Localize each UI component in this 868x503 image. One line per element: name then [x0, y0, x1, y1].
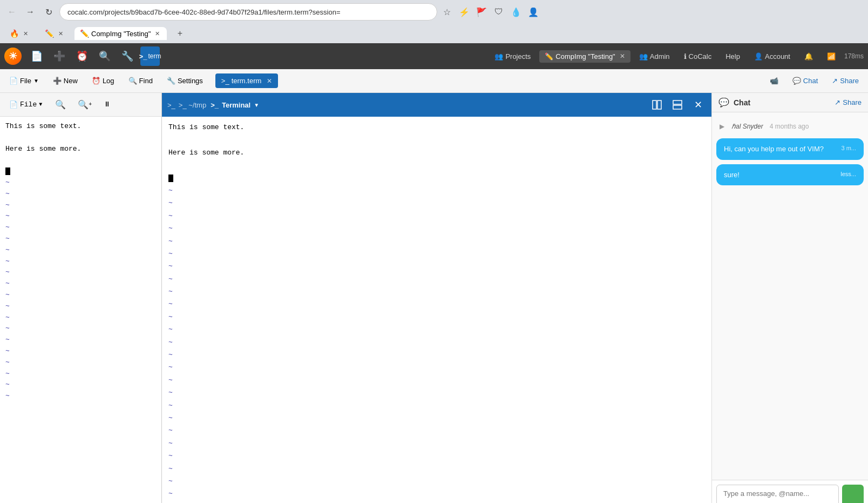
cocalc-logo[interactable]: ☀ [4, 48, 22, 65]
account-label: Account [765, 52, 790, 61]
zoom-in-icon: 🔍 [78, 99, 89, 110]
tab2-close[interactable]: ✕ [56, 29, 65, 38]
address-bar[interactable]: cocalc.com/projects/b9bacd7b-6cee-402c-8… [59, 3, 437, 21]
expand-icon[interactable]: ▶ [716, 121, 727, 132]
flag-icon[interactable]: 🚩 [475, 5, 488, 18]
msg1-text: Hi, can you help me out of VIM? [724, 145, 824, 153]
browser-tab-3[interactable]: ✏️ CompImg "Testing" ✕ [74, 27, 167, 40]
file-icon: 📄 [9, 77, 18, 85]
admin-nav[interactable]: 👥 Admin [634, 50, 675, 63]
term-t-22: ~ [168, 450, 705, 462]
tab3-close[interactable]: ✕ [153, 29, 161, 38]
shield-icon[interactable]: 🛡 [492, 5, 505, 18]
term-title-label: Terminal [222, 101, 250, 109]
cocalc-label: CoCalc [689, 52, 712, 61]
find-btn[interactable]: 🔍 Find [123, 73, 159, 88]
term-split-vert-btn[interactable] [649, 97, 665, 113]
zoom-out-icon: 🔍 [55, 99, 66, 110]
term-t-8: ~ [168, 273, 705, 285]
settings-icon: 🔧 [167, 77, 175, 85]
history-button[interactable]: ⏰ [72, 46, 92, 66]
tab1-close[interactable]: ✕ [21, 29, 30, 38]
vim-tilde-16: ~ [5, 346, 156, 357]
help-nav[interactable]: Help [720, 50, 745, 63]
account-nav[interactable]: 👤 Account [749, 50, 796, 63]
term-t-3: ~ [168, 210, 705, 222]
star-icon[interactable]: ☆ [440, 5, 453, 18]
vim-split-btn[interactable]: ⏸ [99, 97, 116, 112]
term-t-9: ~ [168, 285, 705, 298]
chat-label: Chat [803, 77, 818, 85]
terminal-label: term [148, 52, 161, 60]
projects-nav[interactable]: 👥 Projects [489, 50, 536, 63]
new-tab-button[interactable]: + [173, 27, 186, 40]
cocalc-info-icon: ℹ [684, 52, 687, 61]
vim-line-cursor [5, 166, 156, 177]
term-path: >_ >_ ~/tmp [167, 101, 206, 109]
chat-toggle-btn[interactable]: 💬 Chat [786, 73, 824, 88]
vim-zoom-out-btn[interactable]: 🔍 [50, 96, 71, 113]
help-label: Help [725, 52, 740, 61]
vim-tilde-20: ~ [5, 391, 156, 402]
vim-content-area[interactable]: This is some text. Here is some more. ~ … [0, 117, 161, 503]
new-doc-button[interactable]: 📄 [27, 46, 46, 66]
term-dropdown-arrow[interactable]: ▼ [254, 102, 259, 108]
new-label: New [64, 77, 78, 85]
compimg-close[interactable]: ✕ [620, 52, 625, 60]
forward-button[interactable]: → [23, 4, 38, 19]
term-t-23: ~ [168, 462, 705, 475]
vim-tilde-11: ~ [5, 290, 156, 301]
settings-btn[interactable]: 🔧 Settings [161, 73, 209, 88]
chat-system-msg: ▶ ℏal Snyder 4 months ago [716, 119, 864, 134]
vim-file-label: File [20, 100, 37, 109]
vim-tilde-2: ~ [5, 189, 156, 200]
term-t-19: ~ [168, 412, 705, 424]
vim-tilde-3: ~ [5, 200, 156, 211]
term-t-17: ~ [168, 386, 705, 399]
water-icon[interactable]: 💧 [510, 5, 523, 18]
vim-tilde-10: ~ [5, 278, 156, 290]
back-button[interactable]: ← [4, 4, 19, 19]
add-button[interactable]: ➕ [50, 46, 69, 66]
term-t-16: ~ [168, 374, 705, 386]
address-text: cocalc.com/projects/b9bacd7b-6cee-402c-8… [67, 8, 340, 16]
msg2-more[interactable]: less... [840, 170, 856, 179]
tab2-icon: ✏️ [45, 29, 54, 38]
vim-editor-panel: 📄 File ▼ 🔍 🔍 + ⏸ This is some text. Here… [0, 93, 162, 503]
browser-tab-2[interactable]: ✏️ ✕ [39, 27, 70, 40]
term-t-15: ~ [168, 361, 705, 373]
browser-tab-1[interactable]: 🔥 ✕ [4, 27, 35, 40]
vim-zoom-in-btn[interactable]: 🔍 + [73, 96, 97, 113]
compimg-label: CompImg "Testing" [555, 52, 615, 61]
terminal-content[interactable]: This is some text. Here is some more. ~ … [162, 117, 711, 503]
share-toggle-btn[interactable]: ↗ Share [826, 73, 865, 88]
svg-rect-2 [673, 100, 682, 104]
vim-tilde-9: ~ [5, 267, 156, 278]
term-tab[interactable]: >_ term.term ✕ [215, 73, 278, 88]
refresh-button[interactable]: ↻ [41, 4, 56, 19]
chat-panel-btn[interactable]: 📹 [764, 73, 784, 88]
lightning-icon[interactable]: ⚡ [458, 5, 471, 18]
chat-header-title: Chat [734, 98, 750, 107]
share-btn[interactable]: ↗ Share [835, 98, 862, 106]
file-menu-btn[interactable]: 📄 File ▼ [3, 73, 45, 88]
search-button[interactable]: 🔍 [95, 46, 114, 66]
chat-send-button[interactable]: › [842, 485, 864, 503]
log-btn[interactable]: ⏰ Log [86, 73, 120, 88]
term-line-3: Here is some more. [168, 146, 705, 159]
new-btn[interactable]: ➕ New [47, 73, 84, 88]
profile-icon[interactable]: 👤 [527, 5, 540, 18]
compimg-nav[interactable]: ✏️ CompImg "Testing" ✕ [539, 50, 630, 63]
terminal-button[interactable]: >_ term [140, 46, 160, 66]
wrench-button[interactable]: 🔧 [118, 46, 137, 66]
cocalc-nav[interactable]: ℹ CoCalc [679, 50, 717, 63]
term-split-horiz-btn[interactable] [669, 97, 686, 113]
chat-message-input[interactable] [716, 485, 839, 503]
term-tab-close[interactable]: ✕ [267, 77, 272, 85]
share-label: Share [840, 77, 859, 85]
notifications-btn[interactable]: 🔔 [799, 50, 818, 63]
find-icon: 🔍 [128, 77, 137, 85]
term-close-btn[interactable]: ✕ [690, 97, 706, 113]
term-t-2: ~ [168, 197, 705, 209]
vim-file-btn[interactable]: 📄 File ▼ [3, 97, 48, 112]
